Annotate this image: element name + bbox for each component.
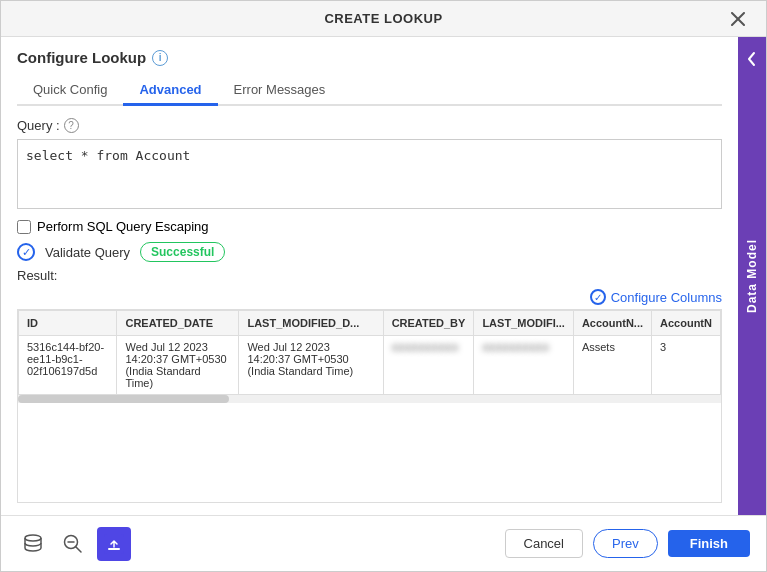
tab-advanced[interactable]: Advanced <box>123 76 217 106</box>
table-header-row: ID CREATED_DATE LAST_MODIFIED_D... CREAT… <box>19 311 721 336</box>
query-help-icon[interactable]: ? <box>64 118 79 133</box>
modal-title: CREATE LOOKUP <box>41 11 726 26</box>
table-row: 5316c144-bf20-ee11-b9c1-02f106197d5d Wed… <box>19 336 721 395</box>
zoom-out-icon-button[interactable] <box>57 528 89 560</box>
footer-actions: Cancel Prev Finish <box>505 529 750 558</box>
col-account-n1: AccountN... <box>573 311 651 336</box>
cell-last-modified-d: Wed Jul 12 2023 14:20:37 GMT+0530 (India… <box>239 336 383 395</box>
modal-header: CREATE LOOKUP <box>1 1 766 37</box>
configure-cols-check-icon: ✓ <box>590 289 606 305</box>
cell-created-by: ■■■■■■■■■■ <box>383 336 474 395</box>
tab-quick-config[interactable]: Quick Config <box>17 76 123 106</box>
validate-check-icon: ✓ <box>17 243 35 261</box>
tab-error-messages[interactable]: Error Messages <box>218 76 342 106</box>
cancel-button[interactable]: Cancel <box>505 529 583 558</box>
configure-columns-link[interactable]: Configure Columns <box>611 290 722 305</box>
col-id: ID <box>19 311 117 336</box>
query-input[interactable]: select * from Account <box>17 139 722 209</box>
cell-id: 5316c144-bf20-ee11-b9c1-02f106197d5d <box>19 336 117 395</box>
right-panel-chevron-button[interactable] <box>738 45 766 73</box>
upload-icon-button[interactable] <box>97 527 131 561</box>
footer-icons <box>17 527 131 561</box>
cell-last-modified: ■■■■■■■■■■ <box>474 336 574 395</box>
svg-rect-7 <box>108 548 120 550</box>
info-icon[interactable]: i <box>152 50 168 66</box>
database-icon-button[interactable] <box>17 528 49 560</box>
footer: Cancel Prev Finish <box>1 515 766 571</box>
query-label: Query : ? <box>17 118 722 133</box>
tabs-container: Quick Config Advanced Error Messages <box>17 76 722 106</box>
svg-point-2 <box>25 535 41 541</box>
results-table-wrapper[interactable]: ID CREATED_DATE LAST_MODIFIED_D... CREAT… <box>17 309 722 503</box>
col-created-date: CREATED_DATE <box>117 311 239 336</box>
col-account-n2: AccountN <box>652 311 721 336</box>
horizontal-scrollbar[interactable] <box>18 395 721 403</box>
result-label: Result: <box>17 268 722 283</box>
sql-escaping-checkbox[interactable] <box>17 220 31 234</box>
main-content: Configure Lookup i Quick Config Advanced… <box>1 37 738 515</box>
validate-query-button[interactable]: Validate Query <box>45 245 130 260</box>
validate-row: ✓ Validate Query Successful <box>17 242 722 262</box>
right-panel-label: Data Model <box>745 239 759 313</box>
results-table: ID CREATED_DATE LAST_MODIFIED_D... CREAT… <box>18 310 721 395</box>
sql-escaping-label: Perform SQL Query Escaping <box>37 219 208 234</box>
cell-created-date: Wed Jul 12 2023 14:20:37 GMT+0530 (India… <box>117 336 239 395</box>
cell-account-n2: 3 <box>652 336 721 395</box>
close-button[interactable] <box>726 7 750 31</box>
scrollbar-thumb[interactable] <box>18 395 229 403</box>
configure-lookup-title: Configure Lookup i <box>17 49 722 66</box>
modal-body: Configure Lookup i Quick Config Advanced… <box>1 37 766 515</box>
cell-account-n1: Assets <box>573 336 651 395</box>
col-last-modified-d: LAST_MODIFIED_D... <box>239 311 383 336</box>
col-last-modifi: LAST_MODIFI... <box>474 311 574 336</box>
svg-line-4 <box>76 546 82 552</box>
modal-container: CREATE LOOKUP Configure Lookup i Quick C… <box>0 0 767 572</box>
prev-button[interactable]: Prev <box>593 529 658 558</box>
validate-status-badge: Successful <box>140 242 225 262</box>
col-created-by: CREATED_BY <box>383 311 474 336</box>
right-panel[interactable]: Data Model <box>738 37 766 515</box>
configure-columns-row: ✓ Configure Columns <box>17 289 722 305</box>
finish-button[interactable]: Finish <box>668 530 750 557</box>
sql-escaping-row: Perform SQL Query Escaping <box>17 219 722 234</box>
